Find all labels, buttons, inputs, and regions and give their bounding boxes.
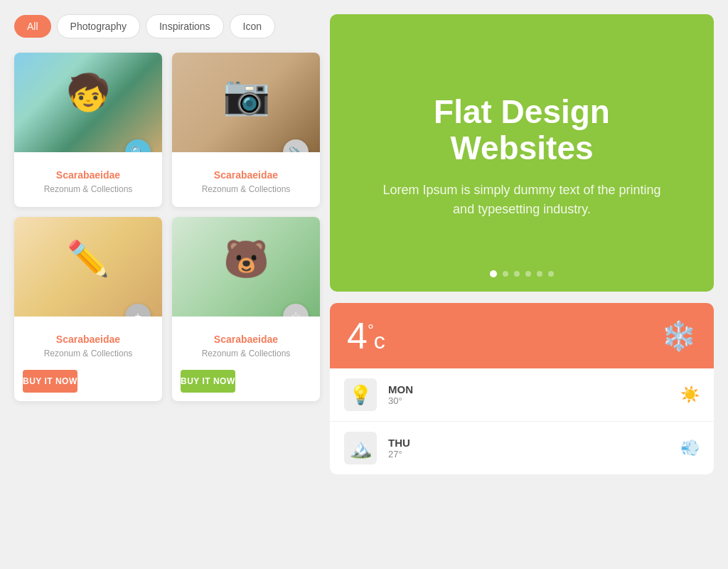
card-3-subtitle: Rezonum & Collections: [23, 348, 154, 360]
card-3: + Scarabaeidae Rezonum & Collections BUY…: [14, 217, 162, 401]
weather-mon-thumbnail: 💡: [344, 378, 377, 411]
weather-thu-day: THU: [388, 437, 680, 449]
left-panel: All Photography Inspirations Icon 🔍 Scar…: [14, 14, 320, 474]
weather-main: 4°c ❄️: [330, 303, 714, 368]
weather-thu-temp: 27°: [388, 449, 680, 459]
filter-all-button[interactable]: All: [14, 15, 51, 38]
slider-dot-6[interactable]: [548, 271, 554, 277]
card-4-buy-button[interactable]: BUY IT NOW: [181, 370, 235, 393]
slider-dot-1[interactable]: [490, 270, 497, 277]
slider-dot-4[interactable]: [525, 271, 531, 277]
card-4-title: Scarabaeidae: [181, 334, 311, 345]
card-3-image: +: [14, 217, 162, 317]
slider-dots: [490, 270, 554, 277]
weather-widget: 4°c ❄️ 💡 MON 30° ☀️ 🏔️: [330, 303, 714, 474]
card-2-image: 📎: [172, 53, 320, 152]
slider-dot-5[interactable]: [537, 271, 542, 277]
filter-bar: All Photography Inspirations Icon: [14, 14, 320, 38]
slider-dot-2[interactable]: [503, 271, 508, 277]
weather-mon-sun-icon: ☀️: [680, 385, 700, 404]
card-3-title: Scarabaeidae: [23, 334, 154, 345]
card-3-body: Scarabaeidae Rezonum & Collections: [14, 317, 162, 363]
card-1-image: 🔍: [14, 53, 162, 152]
weather-mon-info: MON 30°: [388, 383, 680, 406]
weather-thu-info: THU 27°: [388, 437, 680, 459]
hero-subtitle: Lorem Ipsum is simply dummy text of the …: [373, 181, 671, 219]
card-2: 📎 Scarabaeidae Rezonum & Collections: [172, 53, 320, 207]
card-2-title: Scarabaeidae: [181, 169, 311, 181]
filter-photography-button[interactable]: Photography: [57, 14, 140, 38]
card-2-subtitle: Rezonum & Collections: [181, 184, 311, 196]
weather-current-temp: 4°c: [347, 317, 385, 354]
weather-thu-wind-icon: 💨: [680, 439, 700, 457]
hero-slider: Flat Design Websites Lorem Ipsum is simp…: [330, 14, 714, 292]
weather-thu-thumbnail: 🏔️: [344, 432, 377, 464]
weather-row-mon: 💡 MON 30° ☀️: [330, 368, 714, 422]
card-4-subtitle: Rezonum & Collections: [181, 348, 311, 360]
card-1: 🔍 Scarabaeidae Rezonum & Collections: [14, 53, 162, 207]
weather-row-thu: 🏔️ THU 27° 💨: [330, 422, 714, 474]
filter-icon-button[interactable]: Icon: [230, 14, 275, 38]
card-4: ☆ Scarabaeidae Rezonum & Collections BUY…: [172, 217, 320, 401]
card-1-title: Scarabaeidae: [23, 169, 154, 181]
hero-title: Flat Design Websites: [358, 94, 685, 166]
weather-snowy-icon: ❄️: [661, 319, 697, 353]
cards-grid: 🔍 Scarabaeidae Rezonum & Collections 📎 S…: [14, 53, 320, 401]
card-3-buy-button[interactable]: BUY IT NOW: [23, 370, 77, 393]
card-4-image: ☆: [172, 217, 320, 317]
weather-details: 💡 MON 30° ☀️ 🏔️ THU 27° 💨: [330, 368, 714, 474]
card-1-subtitle: Rezonum & Collections: [23, 184, 154, 196]
weather-mon-temp: 30°: [388, 395, 680, 406]
card-4-body: Scarabaeidae Rezonum & Collections: [172, 317, 320, 363]
filter-inspirations-button[interactable]: Inspirations: [146, 14, 224, 38]
right-panel: Flat Design Websites Lorem Ipsum is simp…: [330, 14, 714, 474]
card-1-body: Scarabaeidae Rezonum & Collections: [14, 152, 162, 198]
card-2-body: Scarabaeidae Rezonum & Collections: [172, 152, 320, 198]
slider-dot-3[interactable]: [514, 271, 520, 277]
weather-mon-day: MON: [388, 383, 680, 395]
